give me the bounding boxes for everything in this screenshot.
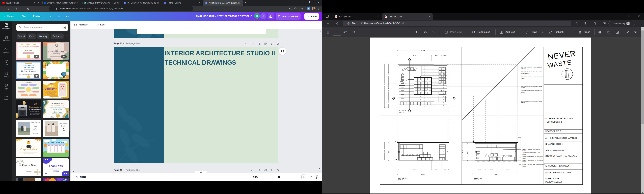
svg-text:WOOD: WOOD	[522, 161, 526, 163]
svg-text:FL: FL	[472, 160, 472, 161]
svg-text:700MM x 700MM THK. PLYWOOD: 700MM x 700MM THK. PLYWOOD	[521, 90, 542, 91]
svg-text:SECTION X-X: SECTION X-X	[398, 177, 408, 179]
svg-text:CUBE: CUBE	[521, 92, 525, 93]
svg-text:MS. ILYANA SUJAK: MS. ILYANA SUJAK	[546, 181, 562, 183]
svg-text:4300: 4300	[384, 150, 386, 153]
svg-text:INTERIOR ARCHITECTURAL: INTERIOR ARCHITECTURAL	[546, 117, 574, 120]
svg-text:STICK: STICK	[521, 102, 525, 104]
svg-text:DRAWING TITLE :: DRAWING TITLE :	[546, 143, 563, 145]
svg-text:PROJECT TITLE:: PROJECT TITLE:	[546, 130, 562, 133]
svg-text:11564: 11564	[421, 173, 425, 175]
svg-text:D: D	[395, 141, 396, 142]
svg-text:TABLE: TABLE	[522, 158, 526, 159]
svg-text:SECTION Y-Y: SECTION Y-Y	[474, 177, 484, 179]
svg-text:7758: 7758	[413, 54, 416, 56]
svg-text:1200MM x 120MM THK. RECLAIM: 1200MM x 120MM THK. RECLAIM	[521, 66, 542, 68]
svg-text:y: y	[410, 59, 410, 60]
svg-text:x: x	[394, 98, 394, 99]
svg-text:INSTRUCTOR :: INSTRUCTOR :	[546, 178, 560, 180]
svg-text:3208MM x 650MM THK. PLYWOOD: 3208MM x 650MM THK. PLYWOOD	[522, 156, 544, 158]
svg-text:138MM x 158MM THK. METAL: 138MM x 158MM THK. METAL	[522, 148, 540, 150]
svg-text:NEVER: NEVER	[547, 49, 576, 61]
svg-text:TECHNOLOGY 2: TECHNOLOGY 2	[546, 121, 562, 123]
svg-text:120MM x 4200MM THK. RECLAIM: 120MM x 4200MM THK. RECLAIM	[522, 160, 543, 161]
svg-text:WOOD: WOOD	[522, 154, 526, 155]
svg-text:2875: 2875	[490, 169, 493, 171]
svg-text:7758: 7758	[414, 169, 416, 171]
svg-text:art installation area: art installation area	[408, 67, 414, 68]
svg-text:ART INSTALLATION DRAWINGS: ART INSTALLATION DRAWINGS	[546, 137, 577, 139]
svg-text:CONTAINER: CONTAINER	[521, 73, 529, 74]
svg-text:2299: 2299	[435, 169, 438, 171]
svg-text:WOOD: WOOD	[521, 68, 526, 69]
svg-text:C: C	[165, 2, 166, 4]
svg-text:SECTION DRAWING: SECTION DRAWING	[546, 149, 565, 152]
svg-text:700MM x 700MM THK. PLYWOOD: 700MM x 700MM THK. PLYWOOD	[521, 85, 542, 87]
svg-text:PDF: PDF	[335, 16, 337, 17]
svg-text:4300: 4300	[462, 150, 464, 153]
svg-text:cn: cn	[44, 2, 46, 3]
svg-text:SCALE 1 : 30: SCALE 1 : 30	[399, 112, 404, 113]
svg-text:FL: FL	[395, 159, 396, 160]
svg-text:10033: 10033	[494, 173, 498, 175]
svg-text:SCALE 1 : 30: SCALE 1 : 30	[398, 180, 403, 180]
svg-text:1506: 1506	[444, 169, 446, 171]
svg-text:CUBE: CUBE	[521, 87, 525, 89]
svg-text:D: D	[472, 141, 472, 142]
svg-text:1506: 1506	[444, 54, 446, 56]
svg-text:TOP VIEW: TOP VIEW	[399, 110, 406, 112]
svg-text:BEAM: BEAM	[522, 150, 526, 152]
svg-text:x: x	[454, 98, 454, 99]
svg-text:2711: 2711	[478, 169, 481, 171]
svg-text:50MM x 2130MM THK. PLYWOOD: 50MM x 2130MM THK. PLYWOOD	[521, 100, 542, 102]
svg-text:co.: co.	[6, 85, 7, 86]
svg-text:4446: 4446	[506, 169, 509, 171]
svg-text:SCALE 1 : 30: SCALE 1 : 30	[474, 180, 479, 180]
svg-text:350MM x 1150MM THK. PLASTIC: 350MM x 1150MM THK. PLASTIC	[521, 71, 542, 73]
svg-text:ID NUMBER : 1002059367: ID NUMBER : 1002059367	[546, 165, 570, 167]
svg-text:A: A	[472, 31, 474, 33]
svg-text:STUDENT NAME : Hor Chan Yew: STUDENT NAME : Hor Chan Yew	[546, 155, 577, 157]
svg-text:4200: 4200	[466, 151, 468, 154]
svg-text:2711: 2711	[388, 100, 390, 103]
svg-text:2875: 2875	[388, 88, 390, 91]
svg-text:3208MM x 3759MM THK. PLYWOOD: 3208MM x 3759MM THK. PLYWOOD	[521, 76, 544, 78]
svg-text:PDF: PDF	[385, 16, 386, 17]
svg-text:2299: 2299	[435, 54, 438, 56]
svg-text:y: y	[410, 110, 410, 111]
svg-text:DATE : 5TH AUGUST 2022: DATE : 5TH AUGUST 2022	[546, 171, 571, 174]
svg-text:10033: 10033	[384, 84, 385, 88]
svg-text:4200: 4200	[388, 151, 390, 154]
svg-text:TABLE: TABLE	[521, 78, 526, 79]
svg-text:C: C	[124, 2, 126, 4]
svg-text:200MM x 200MM THK. ENGINEERED: 200MM x 200MM THK. ENGINEERED	[522, 164, 545, 165]
svg-text:1200MM x 4200MM RECLAIM: 1200MM x 4200MM RECLAIM	[522, 152, 540, 153]
svg-text:11564: 11564	[421, 50, 425, 51]
svg-text:WOOD: WOOD	[522, 165, 526, 167]
svg-text:4446: 4446	[388, 72, 390, 75]
svg-text:C: C	[206, 2, 207, 4]
